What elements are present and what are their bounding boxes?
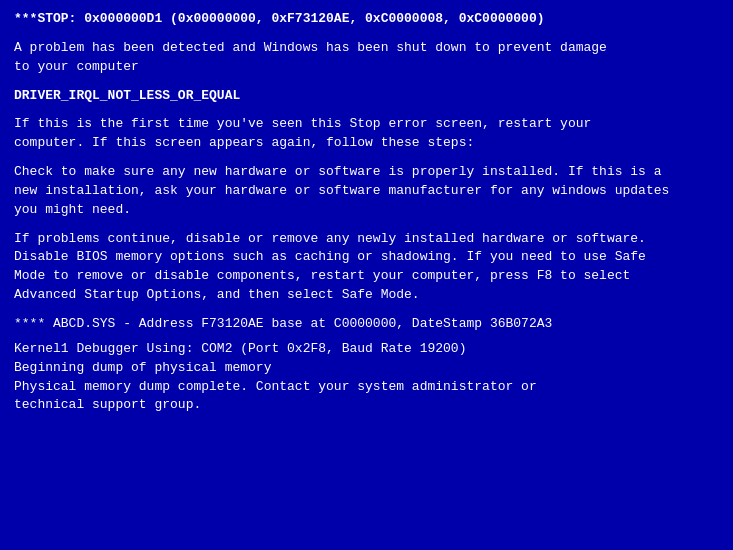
- bsod-screen: ***STOP: 0x000000D1 (0x00000000, 0xF7312…: [14, 10, 719, 415]
- stop-error-line: ***STOP: 0x000000D1 (0x00000000, 0xF7312…: [14, 10, 719, 29]
- dump-complete-line: Physical memory dump complete. Contact y…: [14, 378, 719, 416]
- hardware-check-message: Check to make sure any new hardware or s…: [14, 163, 719, 220]
- problem-description: A problem has been detected and Windows …: [14, 39, 719, 77]
- first-time-message: If this is the first time you've seen th…: [14, 115, 719, 153]
- safe-mode-message: If problems continue, disable or remove …: [14, 230, 719, 305]
- dump-start-line: Beginning dump of physical memory: [14, 359, 719, 378]
- abcd-sys-line: **** ABCD.SYS - Address F73120AE base at…: [14, 315, 719, 334]
- driver-error-code: DRIVER_IRQL_NOT_LESS_OR_EQUAL: [14, 87, 719, 106]
- debugger-line: Kernel1 Debugger Using: COM2 (Port 0x2F8…: [14, 340, 719, 359]
